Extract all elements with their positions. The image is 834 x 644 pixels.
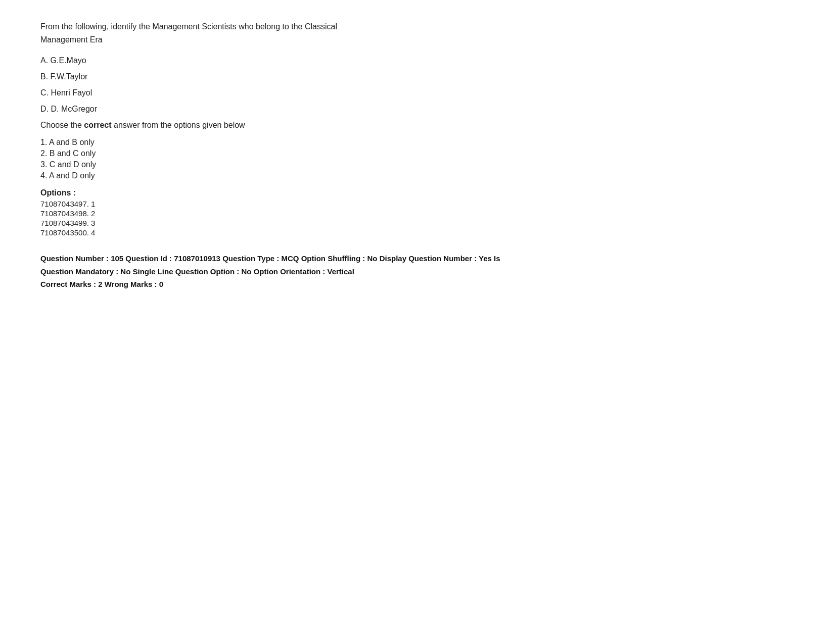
choose-bold: correct	[84, 121, 111, 129]
answer-option-4: 4. A and D only	[40, 171, 794, 180]
option-a: A. G.E.Mayo	[40, 56, 794, 65]
question-line1: From the following, identify the Managem…	[40, 22, 337, 31]
option-codes-list: 71087043497. 1 71087043498. 2 7108704349…	[40, 200, 794, 237]
option-code-2: 71087043498. 2	[40, 209, 794, 218]
meta-line3: Correct Marks : 2 Wrong Marks : 0	[40, 278, 794, 291]
option-code-1: 71087043497. 1	[40, 200, 794, 208]
question-line2: Management Era	[40, 35, 103, 44]
question-text: From the following, identify the Managem…	[40, 20, 794, 46]
options-label: Options :	[40, 188, 794, 197]
meta-line1: Question Number : 105 Question Id : 7108…	[40, 252, 794, 265]
answer-option-3: 3. C and D only	[40, 160, 794, 169]
options-list: A. G.E.Mayo B. F.W.Taylor C. Henri Fayol…	[40, 56, 794, 114]
answer-option-2: 2. B and C only	[40, 149, 794, 158]
option-b: B. F.W.Taylor	[40, 72, 794, 81]
choose-suffix: answer from the options given below	[112, 121, 245, 129]
option-code-4: 71087043500. 4	[40, 228, 794, 237]
choose-prefix: Choose the	[40, 121, 84, 129]
answer-options-list: 1. A and B only 2. B and C only 3. C and…	[40, 138, 794, 180]
option-c: C. Henri Fayol	[40, 88, 794, 97]
question-container: From the following, identify the Managem…	[40, 20, 794, 291]
choose-instruction: Choose the correct answer from the optio…	[40, 121, 794, 130]
meta-info: Question Number : 105 Question Id : 7108…	[40, 252, 794, 291]
option-d: D. D. McGregor	[40, 105, 794, 114]
option-code-3: 71087043499. 3	[40, 219, 794, 227]
answer-option-1: 1. A and B only	[40, 138, 794, 147]
meta-line2: Question Mandatory : No Single Line Ques…	[40, 265, 794, 278]
